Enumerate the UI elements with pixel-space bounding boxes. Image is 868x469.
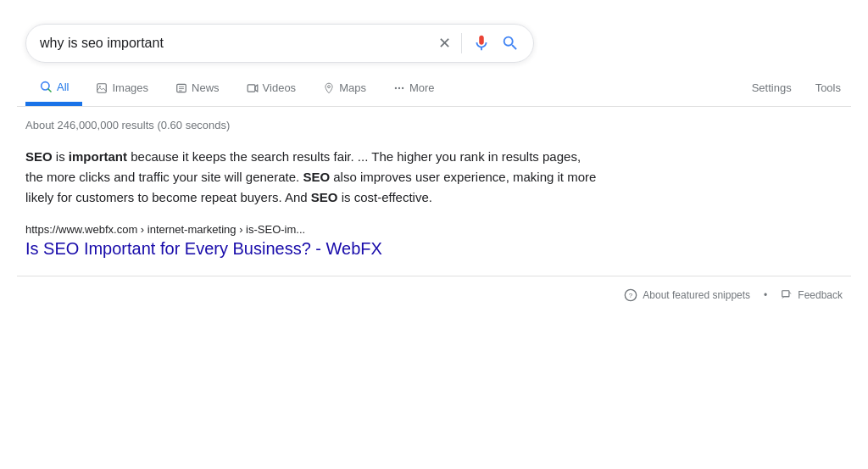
snippet-seo-1: SEO [25, 149, 53, 164]
all-icon [39, 80, 53, 93]
search-input[interactable] [40, 36, 438, 51]
bottom-bar: ? About featured snippets • Feedback [17, 276, 851, 310]
tools-button[interactable]: Tools [805, 73, 851, 103]
svg-line-1 [48, 89, 51, 92]
svg-point-12 [398, 87, 400, 88]
svg-point-13 [402, 87, 403, 88]
tab-videos[interactable]: Videos [233, 71, 310, 104]
divider [461, 33, 462, 53]
images-icon [96, 82, 108, 94]
help-icon: ? [624, 288, 637, 302]
nav-right: Settings Tools [742, 73, 851, 103]
snippet-important: important [69, 149, 127, 164]
clear-icon[interactable]: ✕ [438, 36, 451, 51]
svg-point-10 [328, 85, 331, 87]
tab-news[interactable]: News [162, 71, 233, 104]
tab-images[interactable]: Images [82, 71, 162, 104]
feedback-icon [781, 289, 793, 301]
svg-point-3 [100, 86, 102, 87]
mic-icon[interactable] [472, 34, 491, 53]
svg-text:?: ? [629, 292, 633, 299]
search-submit-icon[interactable] [501, 34, 520, 53]
news-icon [175, 82, 187, 94]
more-icon [393, 82, 405, 94]
featured-snippet: SEO is important because it keeps the se… [25, 147, 602, 208]
search-icons: ✕ [438, 33, 520, 53]
about-snippets[interactable]: ? About featured snippets [624, 288, 750, 302]
tab-maps[interactable]: Maps [309, 71, 380, 104]
snippet-seo-3: SEO [311, 190, 338, 204]
svg-point-11 [395, 87, 397, 88]
tab-more[interactable]: More [380, 71, 448, 104]
feedback-button[interactable]: Feedback [781, 289, 843, 301]
tab-all[interactable]: All [25, 70, 82, 106]
page-wrapper: ✕ All [0, 0, 868, 469]
result-title-link[interactable]: Is SEO Important for Every Business? - W… [25, 239, 382, 258]
search-bar: ✕ [25, 24, 534, 63]
svg-rect-2 [97, 83, 107, 92]
dot-separator: • [764, 289, 767, 301]
videos-icon [247, 82, 259, 94]
result-count: About 246,000,000 results (0.60 seconds) [25, 119, 843, 131]
result-url: https://www.webfx.com › internet-marketi… [25, 223, 843, 236]
svg-rect-8 [248, 84, 255, 91]
nav-tabs: All Images News Videos [17, 70, 851, 107]
maps-icon [323, 82, 335, 94]
search-bar-container: ✕ [17, 24, 851, 63]
snippet-seo-2: SEO [303, 170, 330, 184]
results-area: About 246,000,000 results (0.60 seconds)… [17, 107, 851, 259]
svg-rect-16 [782, 291, 789, 297]
settings-button[interactable]: Settings [742, 73, 802, 103]
